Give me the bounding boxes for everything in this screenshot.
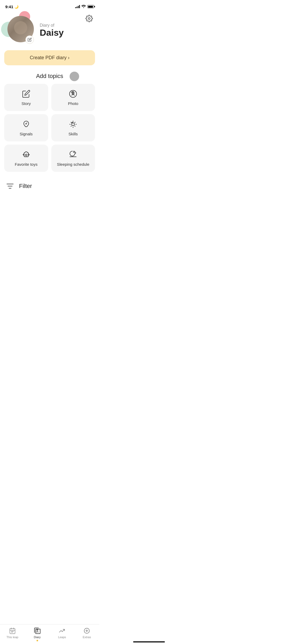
deco-gray-dot: [70, 72, 79, 81]
topic-card-signals[interactable]: Signals: [4, 114, 48, 141]
status-time: 9:41 🌙: [5, 4, 19, 9]
avatar-container: [5, 16, 34, 45]
skills-label: Skills: [69, 132, 78, 136]
add-topics-section: Add topics Story: [0, 65, 99, 175]
topic-card-favorite-toys[interactable]: Favorite toys: [4, 145, 48, 172]
svg-point-3: [72, 123, 75, 126]
status-bar: 9:41 🌙: [0, 0, 99, 12]
topic-card-story[interactable]: Story: [4, 84, 48, 111]
topic-card-photo[interactable]: Photo: [51, 84, 95, 111]
battery-icon: [87, 5, 94, 8]
skills-icon: [69, 119, 77, 129]
profile-section: Diary of Daisy: [0, 12, 99, 45]
photo-label: Photo: [68, 101, 78, 106]
signal-icon: [75, 5, 80, 8]
create-pdf-button[interactable]: Create PDF diary ›: [4, 50, 95, 65]
edit-avatar-button[interactable]: [25, 35, 34, 44]
profile-info: Diary of Daisy: [40, 23, 94, 38]
svg-point-4: [25, 154, 27, 156]
sleeping-schedule-label: Sleeping schedule: [57, 162, 89, 167]
baby-name: Daisy: [40, 28, 94, 38]
signals-icon: [22, 119, 30, 129]
pencil-icon: [22, 89, 30, 99]
moon-icon: 🌙: [14, 5, 19, 9]
story-label: Story: [21, 101, 31, 106]
toys-icon: [22, 150, 30, 159]
diary-of-label: Diary of: [40, 23, 94, 28]
topic-card-sleeping-schedule[interactable]: z Sleeping schedule: [51, 145, 95, 172]
filter-icon: [4, 180, 16, 192]
topic-grid: Story Photo: [4, 84, 95, 172]
photo-icon: [69, 89, 77, 99]
favorite-toys-label: Favorite toys: [15, 162, 38, 167]
filter-section: Filter: [0, 175, 99, 196]
add-topics-header: Add topics: [4, 73, 95, 80]
add-topics-title: Add topics: [36, 73, 63, 80]
wifi-icon: [82, 5, 86, 9]
topic-card-skills[interactable]: Skills: [51, 114, 95, 141]
signals-label: Signals: [20, 132, 33, 136]
sleeping-icon: z: [69, 150, 77, 159]
status-icons: [75, 5, 94, 9]
filter-label: Filter: [19, 183, 32, 190]
